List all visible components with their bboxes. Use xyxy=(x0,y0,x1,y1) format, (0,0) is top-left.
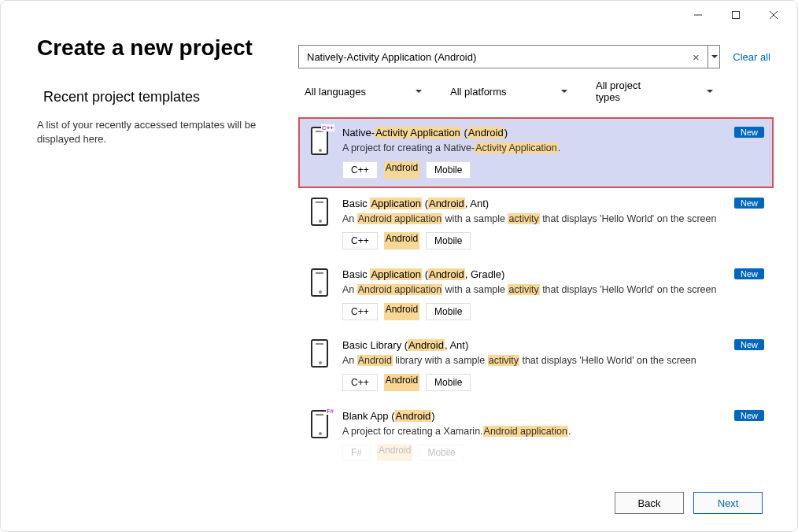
template-item[interactable]: Basic Application (Android, Ant)An Andro… xyxy=(298,188,774,259)
phone-icon: F# xyxy=(311,410,331,441)
template-item[interactable]: Basic Application (Android, Gradle)An An… xyxy=(298,259,774,330)
tag: C++ xyxy=(342,374,378,391)
template-list: C++Native-Activity Application (Android)… xyxy=(298,117,774,475)
minimize-button[interactable] xyxy=(681,4,715,26)
tag: F# xyxy=(342,444,371,461)
tag: Mobile xyxy=(426,303,471,320)
template-tags: C++AndroidMobile xyxy=(342,303,763,320)
search-clear-icon[interactable]: × xyxy=(687,45,704,68)
template-item[interactable]: F#Blank App (Android)A project for creat… xyxy=(298,401,774,471)
tag: Android xyxy=(384,232,419,249)
template-title: Basic Library (Android, Ant) xyxy=(342,339,763,351)
template-description: A project for creating a Xamarin.Android… xyxy=(342,425,763,438)
tag: Android xyxy=(377,444,412,461)
template-description: An Android library with a sample activit… xyxy=(342,354,763,368)
tag: Mobile xyxy=(426,374,471,391)
tag: Mobile xyxy=(426,232,471,249)
icon-badge: F# xyxy=(326,408,334,415)
tag: C++ xyxy=(342,303,378,320)
new-badge: New xyxy=(734,410,764,421)
template-title: Basic Application (Android, Gradle) xyxy=(342,268,763,280)
template-description: An Android application with a sample act… xyxy=(342,283,763,297)
filter-language[interactable]: All languages xyxy=(305,79,427,103)
back-button[interactable]: Back xyxy=(615,492,684,514)
tag: Mobile xyxy=(419,444,464,461)
filter-language-label: All languages xyxy=(305,86,366,98)
template-item[interactable]: C++Native-Activity Application (Android)… xyxy=(298,117,774,188)
search-input[interactable] xyxy=(298,45,720,68)
tag: Android xyxy=(384,303,419,320)
window-titlebar xyxy=(1,1,797,29)
tag: C++ xyxy=(342,161,378,179)
tag: Mobile xyxy=(426,161,471,179)
tag: C++ xyxy=(342,232,378,249)
maximize-button[interactable] xyxy=(719,4,753,26)
new-badge: New xyxy=(734,268,764,279)
template-tags: C++AndroidMobile xyxy=(342,374,763,391)
filter-project-type[interactable]: All project types xyxy=(596,79,718,103)
template-description: An Android application with a sample act… xyxy=(342,212,763,226)
template-title: Blank App (Android) xyxy=(342,410,763,422)
close-button[interactable] xyxy=(756,4,791,26)
new-badge: New xyxy=(734,339,764,350)
template-title: Basic Application (Android, Ant) xyxy=(342,198,763,209)
next-button[interactable]: Next xyxy=(693,492,763,514)
template-tags: C++AndroidMobile xyxy=(342,232,763,249)
filter-platform-label: All platforms xyxy=(450,86,507,98)
phone-icon xyxy=(311,268,331,300)
template-description: A project for creating a Native-Activity… xyxy=(342,142,763,155)
icon-badge: C++ xyxy=(321,124,334,131)
tag: Android xyxy=(384,161,419,179)
svg-rect-1 xyxy=(733,12,740,19)
clear-all-link[interactable]: Clear all xyxy=(730,51,774,63)
template-title: Native-Activity Application (Android) xyxy=(342,127,763,139)
phone-icon xyxy=(311,339,331,371)
phone-icon: C++ xyxy=(311,127,331,158)
recent-templates-description: A list of your recently accessed templat… xyxy=(37,118,283,146)
tag: Android xyxy=(384,374,419,391)
recent-templates-heading: Recent project templates xyxy=(43,89,283,105)
new-badge: New xyxy=(734,127,764,138)
filter-platform[interactable]: All platforms xyxy=(450,79,572,103)
new-badge: New xyxy=(734,198,764,209)
search-dropdown-icon[interactable] xyxy=(707,45,720,68)
page-title: Create a new project xyxy=(37,35,283,61)
search-box: × xyxy=(298,45,720,68)
phone-icon xyxy=(311,198,331,229)
filter-project-type-label: All project types xyxy=(596,79,667,103)
template-tags: F#AndroidMobile xyxy=(342,444,763,461)
template-tags: C++AndroidMobile xyxy=(342,161,763,179)
template-item[interactable]: Basic Library (Android, Ant)An Android l… xyxy=(298,330,774,401)
